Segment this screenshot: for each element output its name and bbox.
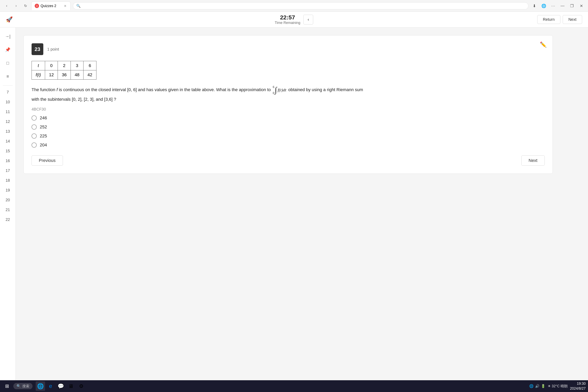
weather-text: 32°C 晴朗 [552,384,568,388]
sidebar-item-14[interactable]: 14 [2,136,14,146]
integral-notation: 6 0 ∫ f(t)dt [273,84,286,96]
integral-upper: 6 [273,84,274,90]
browser-refresh-button[interactable]: ↻ [22,2,29,10]
browser-tab[interactable]: Q Quizzes 2 ✕ [31,2,70,10]
table-cell-42: 42 [84,70,96,80]
browser-download-button[interactable]: ⬇ [531,2,538,10]
app-logo[interactable]: 🚀 [6,16,13,23]
content-area: ✏️ 23 1 point t 0 2 3 6 f(t) [16,28,588,392]
taskbar-volume-icon[interactable]: 🔊 [535,384,540,388]
sidebar-item-17[interactable]: 17 [2,166,14,176]
browser-close-button[interactable]: ✕ [578,2,585,10]
sidebar-item-19[interactable]: 19 [2,185,14,195]
top-bar: 🚀 22:57 Time Remaining ‹ Return Next [0,12,588,28]
taskbar-battery-icon[interactable]: 🔋 [541,384,545,388]
edge-icon: e [49,383,52,389]
taskbar-search-label: 搜索 [22,384,30,388]
table-cell-12: 12 [45,70,58,80]
settings-icon: ⚙ [79,383,84,389]
answer-choices: 246 252 225 204 [32,116,545,148]
browser-chrome: ‹ › ↻ Q Quizzes 2 ✕ 🔍 ⬇ 🌐 ⋯ — ❐ ✕ [0,0,588,12]
pin-icon[interactable]: ✏️ [540,41,547,48]
app-container: 🚀 22:57 Time Remaining ‹ Return Next →| … [0,12,588,392]
sidebar-list-button[interactable]: ≡ [2,70,14,82]
answer-id: 4BCF30 [32,107,545,112]
question-card: ✏️ 23 1 point t 0 2 3 6 f(t) [24,35,553,174]
taskbar-right: 🌐 🔊 🔋 ☀ 32°C 晴朗 19:30 2024/8/27 [529,381,586,391]
taskbar-weather: ☀ 32°C 晴朗 [548,384,568,388]
choice-text-252: 252 [40,124,47,130]
taskbar-wechat-button[interactable]: 💬 [56,382,66,391]
sidebar-item-15[interactable]: 15 [2,146,14,156]
sidebar-toggle-button[interactable]: →| [2,30,14,42]
sidebar-item-10[interactable]: 10 [2,97,14,107]
header-next-button[interactable]: Next [563,15,582,24]
answer-choice-252[interactable]: 252 [32,124,545,130]
sidebar: →| 📌 □ ≡ 7 10 11 12 13 14 15 16 17 18 19… [0,28,16,392]
choice-text-246: 246 [40,116,47,120]
question-text-part2: obtained by using a right Riemann sum [288,87,363,92]
taskbar-time-value: 19:30 [570,381,586,386]
radio-252[interactable] [32,124,37,130]
timer-display: 22:57 Time Remaining [275,14,300,25]
radio-204[interactable] [32,142,37,148]
integral-integrand: f(t)dt [278,86,286,94]
browser-forward-button[interactable]: › [12,2,20,10]
sidebar-item-16[interactable]: 16 [2,156,14,166]
question-header: 23 1 point [32,43,545,55]
sidebar-bookmark-button[interactable]: □ [2,57,14,69]
sidebar-item-13[interactable]: 13 [2,126,14,136]
timer-value: 22:57 [275,14,300,21]
taskbar-settings-button[interactable]: ⚙ [76,382,86,391]
previous-button[interactable]: Previous [32,156,63,166]
display-icon: 🖥 [68,383,74,389]
browser-back-button[interactable]: ‹ [3,2,10,10]
question-text-part3: with the subintervals [0, 2], [2, 3], an… [32,97,116,102]
question-table: t 0 2 3 6 f(t) 12 36 48 42 [32,61,96,80]
browser-more-button[interactable]: ⋯ [550,2,557,10]
sidebar-item-20[interactable]: 20 [2,195,14,205]
choice-text-225: 225 [40,134,47,138]
top-bar-actions: Return Next [537,15,582,24]
sidebar-item-22[interactable]: 22 [2,214,14,224]
browser-globe-button[interactable]: 🌐 [540,2,547,10]
taskbar-display-button[interactable]: 🖥 [66,382,76,391]
sidebar-pin-button[interactable]: 📌 [2,44,14,56]
browser-minimize-button[interactable]: — [559,2,566,10]
table-cell-6: 6 [84,61,96,70]
radio-246[interactable] [32,116,37,120]
question-number-badge: 23 [32,43,43,55]
question-text-part1: The function f is continuous on the clos… [32,87,271,92]
sidebar-item-12[interactable]: 12 [2,116,14,126]
radio-225[interactable] [32,134,37,138]
sidebar-item-18[interactable]: 18 [2,176,14,185]
taskbar-search-bar[interactable]: 🔍 搜索 [13,383,32,389]
taskbar-date-value: 2024/8/27 [570,386,586,391]
answer-choice-225[interactable]: 225 [32,134,545,138]
table-cell-48: 48 [70,70,83,80]
browser-actions: ⬇ 🌐 ⋯ — ❐ ✕ [531,2,585,10]
table-header-row: t 0 2 3 6 [32,61,96,70]
taskbar-network-icon[interactable]: 🌐 [529,384,534,388]
question-points: 1 point [47,47,59,52]
sidebar-item-7[interactable]: 7 [2,87,14,97]
browser-maximize-button[interactable]: ❐ [568,2,576,10]
start-button[interactable]: ⊞ [2,382,12,391]
taskbar-search-icon: 🔍 [16,384,21,388]
sidebar-item-21[interactable]: 21 [2,205,14,214]
next-button[interactable]: Next [521,156,545,166]
tab-close-button[interactable]: ✕ [63,4,67,8]
chrome-icon: 🌐 [37,383,44,390]
answer-choice-246[interactable]: 246 [32,116,545,120]
timer-back-button[interactable]: ‹ [304,15,313,24]
table-value-row: f(t) 12 36 48 42 [32,70,96,80]
taskbar-chrome-button[interactable]: 🌐 [36,382,45,391]
card-navigation: Previous Next [32,156,545,166]
table-cell-2: 2 [58,61,70,70]
address-bar[interactable]: 🔍 [73,2,528,10]
return-button[interactable]: Return [537,15,560,24]
sidebar-item-11[interactable]: 11 [2,107,14,116]
integral-lower: 0 [273,90,274,96]
taskbar-edge-button[interactable]: e [46,382,55,391]
answer-choice-204[interactable]: 204 [32,142,545,148]
